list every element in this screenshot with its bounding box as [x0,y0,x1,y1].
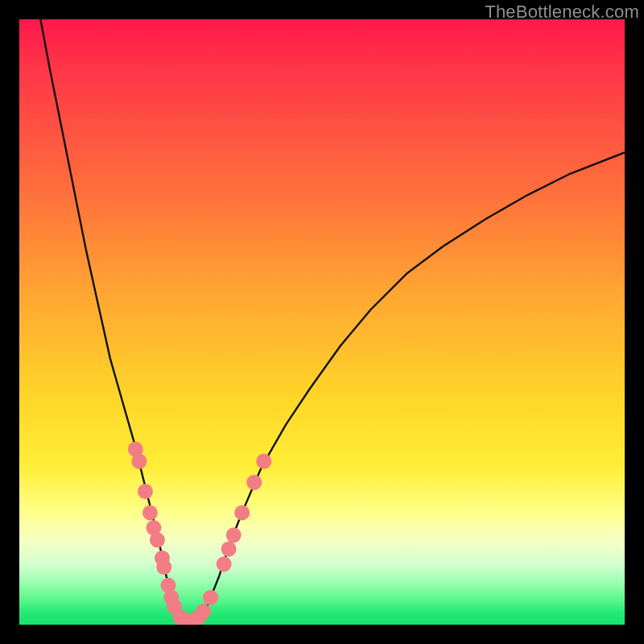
sample-dot [217,556,232,572]
bottleneck-curve [40,19,625,622]
sample-dots-group [128,441,271,625]
sample-dot [156,559,171,575]
sample-dot [234,505,250,520]
sample-dot [221,542,237,557]
sample-dot [226,527,242,543]
plot-inner [19,19,625,625]
chart-container: TheBottleneck.com [0,0,644,644]
plot-frame [19,19,625,625]
sample-dot [246,475,262,490]
sample-dot [142,505,158,520]
sample-dot [150,532,165,547]
sample-dot [138,484,153,499]
plot-overlay-svg [19,19,625,625]
sample-dot [131,453,147,469]
sample-dot [203,590,218,605]
sample-dot [256,453,271,469]
sample-dot [196,604,211,619]
